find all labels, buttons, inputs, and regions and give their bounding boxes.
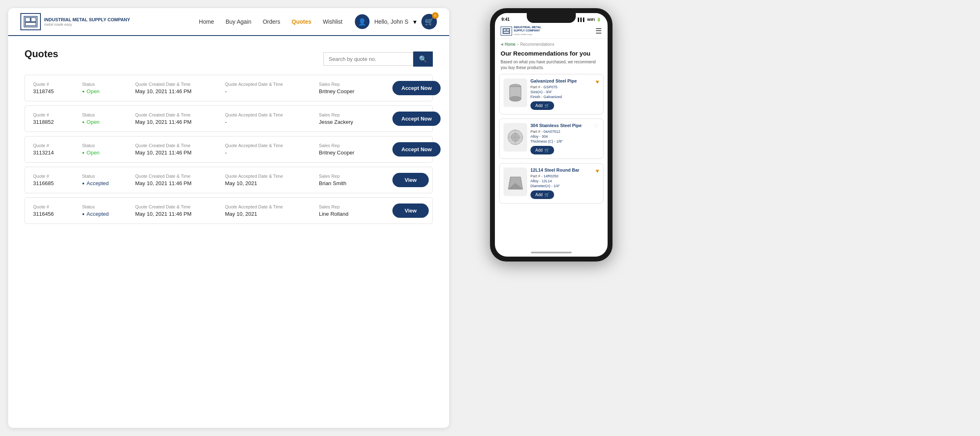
user-avatar: 👤: [355, 14, 370, 29]
search-bar: 🔍: [323, 51, 433, 67]
col-header-quote: Quote #: [33, 143, 82, 148]
cart-button[interactable]: 🛒 0: [421, 14, 437, 29]
add-to-cart-button[interactable]: Add 🛒: [530, 146, 554, 154]
accepted-date: -: [225, 150, 319, 156]
phone-frame: 9:41 ▌▌▌ WiFi 🔋: [490, 8, 612, 262]
logo-area: INDUSTRIAL METAL SUPPLY COMPANY metal ma…: [20, 13, 130, 30]
svg-rect-5: [503, 29, 506, 31]
created-cell: Quote Created Date & Time May 10, 2021 1…: [135, 82, 225, 94]
quote-num-cell: Quote # 3116456: [33, 204, 82, 217]
sales-rep-name: Britney Cooper: [319, 88, 392, 94]
search-button[interactable]: 🔍: [413, 51, 433, 67]
created-cell: Quote Created Date & Time May 10, 2021 1…: [135, 204, 225, 217]
col-header-rep: Sales Rep: [319, 112, 392, 117]
col-header-status: Status: [82, 112, 135, 117]
col-header-accepted: Quote Accepted Date & Time: [225, 82, 319, 87]
cart-icon: 🛒: [544, 192, 549, 197]
col-header-accepted: Quote Accepted Date & Time: [225, 143, 319, 148]
accept-now-button[interactable]: Accept Now: [392, 112, 441, 126]
col-header-accepted: Quote Accepted Date & Time: [225, 204, 319, 209]
product-image: [503, 168, 527, 196]
view-button[interactable]: View: [392, 203, 429, 218]
status-cell: Status Accepted: [82, 174, 135, 186]
add-label: Add: [535, 148, 543, 152]
action-cell: Accept Now: [392, 112, 441, 126]
cart-badge: 0: [432, 12, 439, 19]
favorite-icon[interactable]: ♡: [594, 123, 599, 130]
col-header-accepted: Quote Accepted Date & Time: [225, 112, 319, 117]
phone-screen: 9:41 ▌▌▌ WiFi 🔋: [495, 13, 608, 257]
col-header-rep: Sales Rep: [319, 82, 392, 87]
col-header-quote: Quote #: [33, 82, 82, 87]
product-card: Galvanized Steel Pipe ♥ Part # - GSP075 …: [499, 74, 604, 114]
product-name: 304 Stainless Steel Pipe: [530, 123, 581, 128]
sales-rep-cell: Sales Rep Line Rolland: [319, 204, 392, 217]
accept-now-button[interactable]: Accept Now: [392, 142, 441, 157]
favorite-icon[interactable]: ♥: [596, 78, 599, 85]
sales-rep-cell: Sales Rep Jesse Zackery: [319, 112, 392, 125]
product-part: Part # - 14R0250: [530, 174, 599, 178]
phone-container: 9:41 ▌▌▌ WiFi 🔋: [490, 8, 612, 428]
accepted-date: May 10, 2021: [225, 211, 319, 217]
nav-buy-again[interactable]: Buy Again: [225, 18, 251, 25]
accepted-date: -: [225, 88, 319, 94]
product-header-row: 12L14 Steel Round Bar ♥: [530, 168, 599, 174]
nav-quotes[interactable]: Quotes: [292, 18, 311, 25]
nav-wishlist[interactable]: Wishlist: [323, 18, 342, 25]
view-button[interactable]: View: [392, 173, 429, 187]
sales-rep-cell: Sales Rep Britney Cooper: [319, 143, 392, 156]
created-cell: Quote Created Date & Time May 10, 2021 1…: [135, 112, 225, 125]
home-indicator: [531, 252, 572, 253]
table-row: Quote # 3118745 Status Open Quote Create…: [24, 75, 433, 101]
add-to-cart-button[interactable]: Add 🛒: [530, 190, 554, 199]
sales-rep-name: Britney Cooper: [319, 150, 392, 156]
product-size: Alloy - 304: [530, 134, 599, 139]
col-header-quote: Quote #: [33, 112, 82, 117]
signal-icon: ▌▌▌: [578, 18, 586, 22]
logo-text: INDUSTRIAL METAL SUPPLY COMPANY: [44, 17, 130, 22]
svg-rect-3: [25, 22, 36, 26]
main-content: Quotes 🔍 Quote # 3118745 Status Open Quo…: [8, 36, 449, 240]
sales-rep-name: Line Rolland: [319, 211, 392, 217]
created-date: May 10, 2021 11:46 PM: [135, 180, 225, 186]
created-date: May 10, 2021 11:46 PM: [135, 88, 225, 94]
status-badge: Open: [82, 119, 135, 125]
quote-num-cell: Quote # 3116685: [33, 174, 82, 186]
breadcrumb: ◀ Home › Recommendations: [495, 39, 608, 48]
svg-rect-6: [507, 29, 509, 31]
svg-rect-2: [31, 18, 36, 22]
sales-rep-cell: Sales Rep Britney Cooper: [319, 82, 392, 94]
quotes-table: Quote # 3118745 Status Open Quote Create…: [24, 75, 433, 224]
status-cell: Status Open: [82, 143, 135, 156]
created-date: May 10, 2021 11:46 PM: [135, 119, 225, 125]
created-cell: Quote Created Date & Time May 10, 2021 1…: [135, 174, 225, 186]
breadcrumb-home-link[interactable]: Home: [505, 42, 516, 47]
product-size: Alloy - 12L14: [530, 179, 599, 183]
col-header-created: Quote Created Date & Time: [135, 82, 225, 87]
created-date: May 10, 2021 11:46 PM: [135, 150, 225, 156]
header: INDUSTRIAL METAL SUPPLY COMPANY metal ma…: [8, 8, 449, 36]
product-info: 12L14 Steel Round Bar ♥ Part # - 14R0250…: [530, 168, 599, 199]
col-header-created: Quote Created Date & Time: [135, 112, 225, 117]
accepted-cell: Quote Accepted Date & Time May 10, 2021: [225, 174, 319, 186]
sales-rep-cell: Sales Rep Brian Smith: [319, 174, 392, 186]
status-badge: Accepted: [82, 180, 135, 186]
col-header-accepted: Quote Accepted Date & Time: [225, 174, 319, 179]
sales-rep-name: Brian Smith: [319, 180, 392, 186]
accept-now-button[interactable]: Accept Now: [392, 81, 441, 95]
add-label: Add: [535, 192, 543, 197]
battery-icon: 🔋: [597, 18, 601, 22]
mobile-page-title: Our Recommendations for you: [495, 48, 608, 59]
add-to-cart-button[interactable]: Add 🛒: [530, 101, 554, 110]
nav-home[interactable]: Home: [199, 18, 214, 25]
created-cell: Quote Created Date & Time May 10, 2021 1…: [135, 143, 225, 156]
nav-orders[interactable]: Orders: [263, 18, 280, 25]
favorite-icon[interactable]: ♥: [596, 168, 599, 174]
accepted-cell: Quote Accepted Date & Time -: [225, 112, 319, 125]
sales-rep-name: Jesse Zackery: [319, 119, 392, 125]
hamburger-icon[interactable]: ☰: [595, 27, 602, 36]
user-name[interactable]: Hello, John S: [374, 18, 408, 25]
action-cell: View: [392, 203, 429, 218]
phone-header: INDUSTRIAL METALSUPPLY COMPANYmetal made…: [495, 23, 608, 39]
search-input[interactable]: [323, 52, 413, 66]
